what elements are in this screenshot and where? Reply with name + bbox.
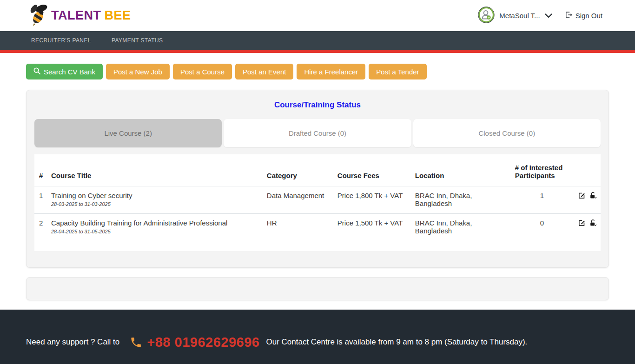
course-dates: 28-04-2025 to 31-05-2025: [51, 229, 259, 234]
col-header-actions: [573, 154, 601, 186]
course-fees: Price 1,800 Tk + VAT: [334, 186, 411, 214]
search-cv-bank-button[interactable]: Search CV Bank: [26, 64, 103, 79]
nav-item-recruiters-panel[interactable]: RECRUITER'S PANEL: [31, 37, 91, 44]
avatar-icon: [478, 7, 495, 25]
table-row: 1 Training on Cyber security 28-03-2025 …: [34, 186, 601, 214]
course-dates: 28-03-2025 to 31-03-2025: [51, 201, 259, 207]
course-status-card: Course/Training Status Live Course (2) D…: [26, 90, 609, 268]
post-course-button[interactable]: Post a Course: [173, 64, 232, 79]
course-title-cell: Training on Cyber security 28-03-2025 to…: [47, 186, 263, 214]
support-phone-number: +88 01962629696: [147, 335, 259, 350]
sign-out-icon: [564, 11, 573, 20]
hire-freelancer-button[interactable]: Hire a Freelancer: [297, 64, 365, 79]
course-table: # Course Title Category Course Fees Loca…: [34, 154, 601, 241]
course-location: BRAC Inn, Dhaka, Bangladesh: [411, 214, 511, 241]
bee-logo-icon: [27, 2, 50, 29]
row-actions: [573, 214, 601, 241]
col-header-course-title: Course Title: [47, 154, 263, 186]
brand-name: TALENTBEE: [51, 8, 131, 23]
phone-icon: [130, 336, 142, 349]
search-icon: [33, 67, 40, 76]
empty-panel: [26, 277, 609, 300]
table-row: 2 Capacity Building Training for Adminis…: [34, 214, 601, 241]
support-text: Need any support ? Call to: [26, 338, 119, 347]
card-title: Course/Training Status: [34, 100, 601, 110]
col-header-course-fees: Course Fees: [334, 154, 411, 186]
tab-live-course[interactable]: Live Course (2): [34, 119, 222, 147]
sign-out-label: Sign Out: [575, 12, 602, 20]
post-event-button[interactable]: Post an Event: [235, 64, 293, 79]
course-table-container: # Course Title Category Course Fees Loca…: [34, 154, 601, 251]
course-fees: Price 1,500 Tk + VAT: [334, 214, 411, 241]
course-location: BRAC Inn, Dhaka, Bangladesh: [411, 186, 511, 214]
top-nav: RECRUITER'S PANEL PAYMENT STATUS: [0, 31, 635, 50]
close-course-lock-icon[interactable]: [589, 219, 597, 228]
brand-name-bee: BEE: [104, 8, 131, 22]
edit-course-icon[interactable]: [578, 219, 586, 228]
course-title: Training on Cyber security: [51, 192, 259, 199]
row-number: 2: [34, 214, 47, 241]
col-header-category: Category: [263, 154, 334, 186]
header: TALENTBEE MetaSoul T...: [0, 0, 635, 31]
accent-bar: [0, 50, 635, 53]
col-header-location: Location: [411, 154, 511, 186]
sign-out-button[interactable]: Sign Out: [564, 11, 602, 20]
post-tender-button[interactable]: Post a Tender: [369, 64, 426, 79]
chevron-down-icon: [545, 12, 552, 20]
course-title-cell: Capacity Building Training for Administr…: [47, 214, 263, 241]
course-category: Data Management: [263, 186, 334, 214]
course-tabs: Live Course (2) Drafted Course (0) Close…: [34, 119, 601, 147]
tab-drafted-course[interactable]: Drafted Course (0): [224, 119, 411, 147]
row-actions: [573, 186, 601, 214]
close-course-lock-icon[interactable]: [589, 192, 597, 201]
participants-count: 0: [511, 214, 573, 241]
post-new-job-button[interactable]: Post a New Job: [106, 64, 170, 79]
header-right: MetaSoul T... Sign Out: [478, 7, 602, 25]
user-menu[interactable]: MetaSoul T...: [478, 7, 552, 25]
col-header-num: #: [34, 154, 47, 186]
availability-text: Our Contact Centre is available from 9 a…: [266, 338, 527, 347]
edit-course-icon[interactable]: [578, 192, 586, 201]
user-name: MetaSoul T...: [499, 12, 540, 20]
row-number: 1: [34, 186, 47, 214]
table-header-row: # Course Title Category Course Fees Loca…: [34, 154, 601, 186]
course-category: HR: [263, 214, 334, 241]
footer: Need any support ? Call to +88 019626296…: [0, 310, 635, 364]
brand-name-talent: TALENT: [51, 8, 101, 22]
col-header-participants: # of Interested Participants: [511, 154, 573, 186]
brand-logo[interactable]: TALENTBEE: [27, 2, 131, 29]
tab-closed-course[interactable]: Closed Course (0): [413, 119, 601, 147]
action-buttons-row: Search CV Bank Post a New Job Post a Cou…: [26, 64, 609, 79]
nav-item-payment-status[interactable]: PAYMENT STATUS: [112, 37, 163, 44]
search-cv-bank-label: Search CV Bank: [44, 68, 95, 76]
participants-count: 1: [511, 186, 573, 214]
course-title: Capacity Building Training for Administr…: [51, 219, 259, 227]
